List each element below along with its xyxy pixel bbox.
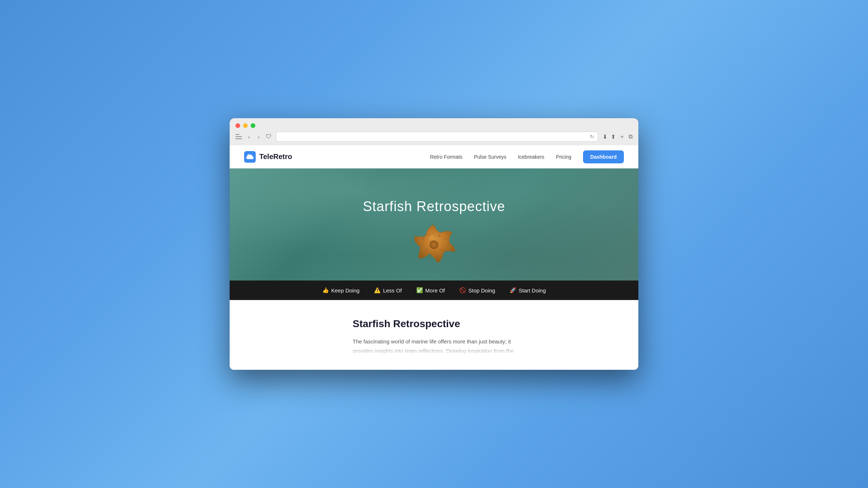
svg-point-0: [430, 240, 438, 249]
back-button[interactable]: ‹: [246, 133, 252, 141]
new-tab-icon[interactable]: ＋: [619, 133, 625, 141]
traffic-light-green[interactable]: [251, 123, 255, 128]
content-title: Starfish Retrospective: [353, 318, 515, 330]
category-stop-doing[interactable]: 🚫 Stop Doing: [459, 287, 495, 294]
start-doing-emoji: 🚀: [510, 287, 516, 294]
keep-doing-label: Keep Doing: [331, 287, 359, 294]
browser-actions: ⬇ ⬆ ＋ ⧉: [603, 133, 633, 141]
logo[interactable]: TeleRetro: [244, 151, 292, 163]
svg-point-1: [438, 235, 441, 237]
website-content: TeleRetro Retro Formats Pulse Surveys Ic…: [230, 145, 638, 370]
svg-point-6: [430, 256, 431, 258]
more-of-label: More Of: [425, 287, 445, 294]
forward-button[interactable]: ›: [256, 133, 261, 141]
nav-pulse-surveys[interactable]: Pulse Surveys: [474, 154, 506, 160]
content-section: Starfish Retrospective The fascinating w…: [230, 300, 638, 370]
address-bar[interactable]: ↻: [276, 132, 598, 142]
content-text-container: The fascinating world of marine life off…: [353, 337, 515, 355]
start-doing-label: Start Doing: [519, 287, 546, 294]
navbar: TeleRetro Retro Formats Pulse Surveys Ic…: [230, 145, 638, 168]
browser-toolbar: ‹ › 🛡 ↻ ⬇ ⬆ ＋ ⧉: [235, 132, 633, 145]
tab-overview-icon[interactable]: ⧉: [629, 133, 633, 140]
privacy-icon[interactable]: 🛡: [266, 133, 272, 140]
svg-point-5: [437, 256, 439, 258]
hero-title: Starfish Retrospective: [363, 199, 505, 214]
traffic-lights: [235, 123, 633, 128]
dashboard-button[interactable]: Dashboard: [583, 150, 624, 163]
svg-point-9: [422, 237, 424, 240]
nav-retro-formats[interactable]: Retro Formats: [430, 154, 462, 160]
nav-links: Retro Formats Pulse Surveys Icebreakers …: [430, 150, 624, 163]
category-start-doing[interactable]: 🚀 Start Doing: [510, 287, 546, 294]
traffic-light-red[interactable]: [235, 123, 240, 128]
download-icon[interactable]: ⬇: [603, 133, 607, 140]
reload-icon[interactable]: ↻: [590, 134, 594, 140]
hero-section: Starfish Retrospective: [230, 168, 638, 281]
stop-doing-label: Stop Doing: [468, 287, 495, 294]
share-icon[interactable]: ⬆: [611, 133, 616, 140]
stop-doing-emoji: 🚫: [459, 287, 466, 294]
keep-doing-emoji: 👍: [322, 287, 329, 294]
more-of-emoji: ✅: [416, 287, 423, 294]
nav-pricing[interactable]: Pricing: [556, 154, 571, 160]
content-body: The fascinating world of marine life off…: [353, 337, 515, 355]
starfish-image: [407, 218, 461, 273]
browser-chrome: ‹ › 🛡 ↻ ⬇ ⬆ ＋ ⧉: [230, 118, 638, 145]
svg-point-7: [426, 249, 428, 251]
category-more-of[interactable]: ✅ More Of: [416, 287, 445, 294]
category-less-of[interactable]: ⚠️ Less Of: [374, 287, 402, 294]
category-bar: 👍 Keep Doing ⚠️ Less Of ✅ More Of 🚫 Stop…: [230, 281, 638, 300]
less-of-label: Less Of: [383, 287, 402, 294]
svg-point-10: [428, 234, 430, 236]
logo-text: TeleRetro: [259, 153, 292, 161]
logo-icon: [244, 151, 256, 163]
traffic-light-yellow[interactable]: [243, 123, 248, 128]
sidebar-toggle-icon[interactable]: [235, 134, 242, 139]
browser-window: ‹ › 🛡 ↻ ⬇ ⬆ ＋ ⧉: [230, 118, 638, 370]
svg-point-2: [445, 239, 447, 240]
svg-point-8: [421, 244, 423, 246]
nav-icebreakers[interactable]: Icebreakers: [518, 154, 544, 160]
svg-point-3: [447, 244, 450, 246]
less-of-emoji: ⚠️: [374, 287, 381, 294]
category-keep-doing[interactable]: 👍 Keep Doing: [322, 287, 359, 294]
svg-point-4: [441, 249, 442, 251]
